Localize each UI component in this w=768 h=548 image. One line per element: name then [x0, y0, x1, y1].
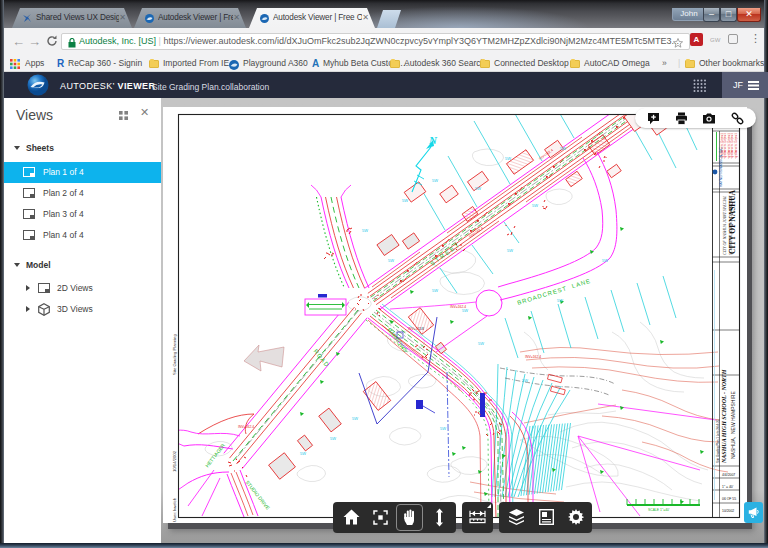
svg-text:5W: 5W	[505, 156, 511, 161]
svg-text:ROAD: ROAD	[312, 348, 330, 368]
svg-text:5W: 5W	[560, 146, 566, 151]
svg-text:5W: 5W	[532, 203, 538, 208]
svg-text:SCALE 1"=40': SCALE 1"=40'	[648, 508, 670, 512]
svg-text:N: N	[428, 134, 438, 146]
svg-text:1" = 40': 1" = 40'	[722, 485, 734, 489]
svg-text:10/14/2002: 10/14/2002	[172, 450, 177, 472]
svg-text:Site Grading Planning: Site Grading Planning	[172, 334, 177, 375]
svg-text:Site Grading Plan 1 Lots 34: Site Grading Plan 1 Lots 34 & 35	[716, 419, 720, 463]
svg-text:5W: 5W	[440, 426, 446, 431]
svg-text:5W: 5W	[402, 198, 408, 203]
svg-text:5W: 5W	[507, 248, 513, 253]
svg-text:5W: 5W	[388, 258, 394, 263]
svg-text:5W: 5W	[475, 186, 481, 191]
svg-text:INV=162.4: INV=162.4	[408, 327, 424, 331]
svg-text:INV=162.4: INV=162.4	[450, 305, 466, 309]
svg-text:Hayner/Swanson Inc. 3 Congress: Hayner/Swanson Inc. 3 Congress St	[734, 133, 738, 159]
svg-text:INV=162.4: INV=162.4	[238, 425, 254, 429]
svg-text:CITY OF NASHUA JOINT SPECIAL: CITY OF NASHUA JOINT SPECIAL	[722, 195, 727, 255]
svg-text:NASHUA, NEW HAMPSHIRE: NASHUA, NEW HAMPSHIRE	[730, 391, 736, 459]
svg-text:HAYNER/SWANSON, INC.: HAYNER/SWANSON, INC.	[719, 146, 723, 187]
svg-text:5W: 5W	[557, 298, 563, 303]
svg-text:BROADCREST LANE: BROADCREST LANE	[517, 278, 592, 306]
svg-text:4/4/2007: 4/4/2007	[722, 473, 735, 477]
svg-text:User: kwelch: User: kwelch	[172, 497, 177, 522]
svg-text:5W: 5W	[602, 258, 608, 263]
svg-text:INV=162.4: INV=162.4	[525, 355, 541, 359]
svg-text:NASHUA HIGH SCHOOL - NORTH: NASHUA HIGH SCHOOL - NORTH	[721, 369, 727, 464]
svg-text:06 OF 55: 06 OF 55	[722, 497, 736, 501]
svg-text:5W: 5W	[330, 436, 336, 441]
svg-text:5W: 5W	[300, 451, 306, 456]
svg-text:5W: 5W	[478, 341, 484, 346]
svg-text:10/2002: 10/2002	[722, 509, 734, 513]
svg-text:5W: 5W	[432, 178, 438, 183]
svg-text:5W: 5W	[352, 416, 358, 421]
svg-text:STUDIO DRIVE: STUDIO DRIVE	[245, 479, 272, 511]
svg-text:5W: 5W	[432, 288, 438, 293]
svg-text:CITY OF NASHUA: CITY OF NASHUA	[728, 189, 737, 254]
svg-text:5W: 5W	[522, 378, 528, 383]
svg-text:5W: 5W	[362, 228, 368, 233]
